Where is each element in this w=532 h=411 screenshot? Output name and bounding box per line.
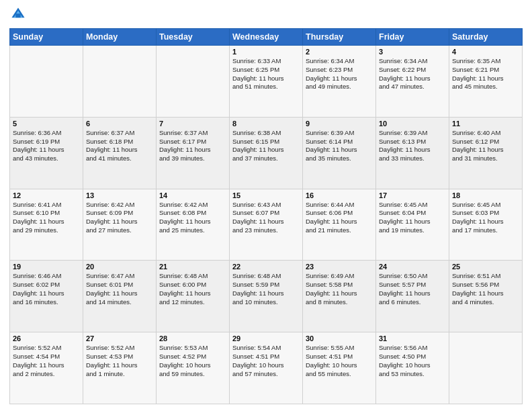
day-info: Sunrise: 5:53 AM Sunset: 4:52 PM Dayligh… — [159, 344, 226, 378]
calendar-cell: 29Sunrise: 5:54 AM Sunset: 4:51 PM Dayli… — [230, 332, 303, 404]
calendar-cell: 6Sunrise: 6:37 AM Sunset: 6:18 PM Daylig… — [83, 117, 157, 189]
calendar-cell: 10Sunrise: 6:39 AM Sunset: 6:13 PM Dayli… — [376, 117, 449, 189]
calendar-cell: 7Sunrise: 6:37 AM Sunset: 6:17 PM Daylig… — [157, 117, 230, 189]
day-header-saturday: Saturday — [449, 29, 523, 46]
day-info: Sunrise: 6:36 AM Sunset: 6:19 PM Dayligh… — [13, 129, 80, 163]
day-info: Sunrise: 6:46 AM Sunset: 6:02 PM Dayligh… — [13, 272, 80, 306]
day-number: 17 — [379, 191, 446, 199]
day-info: Sunrise: 6:33 AM Sunset: 6:25 PM Dayligh… — [232, 57, 300, 91]
calendar-cell: 21Sunrise: 6:48 AM Sunset: 6:00 PM Dayli… — [157, 261, 230, 332]
calendar-week-2: 5Sunrise: 6:36 AM Sunset: 6:19 PM Daylig… — [10, 117, 523, 189]
calendar-cell: 27Sunrise: 5:52 AM Sunset: 4:53 PM Dayli… — [83, 332, 157, 404]
day-number: 4 — [452, 48, 519, 56]
calendar-week-3: 12Sunrise: 6:41 AM Sunset: 6:10 PM Dayli… — [10, 189, 523, 261]
day-info: Sunrise: 5:52 AM Sunset: 4:53 PM Dayligh… — [86, 344, 153, 378]
day-number: 16 — [306, 191, 373, 199]
day-number: 25 — [452, 263, 519, 271]
calendar-cell: 31Sunrise: 5:56 AM Sunset: 4:50 PM Dayli… — [376, 332, 449, 404]
calendar-cell: 30Sunrise: 5:55 AM Sunset: 4:51 PM Dayli… — [303, 332, 376, 404]
calendar-table: SundayMondayTuesdayWednesdayThursdayFrid… — [9, 28, 523, 404]
day-info: Sunrise: 6:39 AM Sunset: 6:13 PM Dayligh… — [379, 129, 446, 163]
calendar-cell: 26Sunrise: 5:52 AM Sunset: 4:54 PM Dayli… — [10, 332, 83, 404]
day-info: Sunrise: 6:48 AM Sunset: 6:00 PM Dayligh… — [159, 272, 226, 306]
day-number: 14 — [159, 191, 226, 199]
day-header-thursday: Thursday — [303, 29, 376, 46]
header — [9, 7, 523, 24]
day-info: Sunrise: 6:42 AM Sunset: 6:08 PM Dayligh… — [159, 201, 226, 235]
day-number: 9 — [306, 120, 373, 128]
day-number: 12 — [13, 191, 80, 199]
calendar-cell: 3Sunrise: 6:34 AM Sunset: 6:22 PM Daylig… — [376, 46, 449, 118]
day-number: 5 — [13, 120, 80, 128]
day-number: 1 — [232, 48, 300, 56]
calendar-cell: 15Sunrise: 6:43 AM Sunset: 6:07 PM Dayli… — [230, 189, 303, 261]
calendar-cell: 22Sunrise: 6:48 AM Sunset: 5:59 PM Dayli… — [230, 261, 303, 332]
day-info: Sunrise: 6:49 AM Sunset: 5:58 PM Dayligh… — [306, 272, 373, 306]
day-number: 21 — [159, 263, 226, 271]
calendar-cell — [83, 46, 157, 118]
calendar-cell: 17Sunrise: 6:45 AM Sunset: 6:04 PM Dayli… — [376, 189, 449, 261]
calendar-cell: 2Sunrise: 6:34 AM Sunset: 6:23 PM Daylig… — [303, 46, 376, 118]
day-info: Sunrise: 6:45 AM Sunset: 6:04 PM Dayligh… — [379, 201, 446, 235]
logo-icon — [11, 7, 26, 21]
calendar-cell: 23Sunrise: 6:49 AM Sunset: 5:58 PM Dayli… — [303, 261, 376, 332]
day-info: Sunrise: 6:37 AM Sunset: 6:18 PM Dayligh… — [86, 129, 153, 163]
day-number: 6 — [86, 120, 153, 128]
day-info: Sunrise: 6:35 AM Sunset: 6:21 PM Dayligh… — [452, 57, 519, 91]
logo — [9, 7, 27, 24]
day-number: 30 — [306, 334, 373, 342]
page: SundayMondayTuesdayWednesdayThursdayFrid… — [0, 0, 532, 411]
calendar-cell — [157, 46, 230, 118]
day-header-friday: Friday — [376, 29, 449, 46]
day-info: Sunrise: 6:34 AM Sunset: 6:23 PM Dayligh… — [306, 57, 373, 91]
day-number: 22 — [232, 263, 300, 271]
calendar-cell: 20Sunrise: 6:47 AM Sunset: 6:01 PM Dayli… — [83, 261, 157, 332]
calendar-cell: 16Sunrise: 6:44 AM Sunset: 6:06 PM Dayli… — [303, 189, 376, 261]
day-number: 11 — [452, 120, 519, 128]
day-info: Sunrise: 6:37 AM Sunset: 6:17 PM Dayligh… — [159, 129, 226, 163]
day-number: 26 — [13, 334, 80, 342]
calendar-cell — [10, 46, 83, 118]
calendar-cell: 25Sunrise: 6:51 AM Sunset: 5:56 PM Dayli… — [449, 261, 523, 332]
day-info: Sunrise: 6:51 AM Sunset: 5:56 PM Dayligh… — [452, 272, 519, 306]
day-info: Sunrise: 5:56 AM Sunset: 4:50 PM Dayligh… — [379, 344, 446, 378]
calendar-cell: 8Sunrise: 6:38 AM Sunset: 6:15 PM Daylig… — [230, 117, 303, 189]
day-info: Sunrise: 6:40 AM Sunset: 6:12 PM Dayligh… — [452, 129, 519, 163]
day-info: Sunrise: 6:39 AM Sunset: 6:14 PM Dayligh… — [306, 129, 373, 163]
day-number: 13 — [86, 191, 153, 199]
day-number: 23 — [306, 263, 373, 271]
calendar-cell: 12Sunrise: 6:41 AM Sunset: 6:10 PM Dayli… — [10, 189, 83, 261]
calendar-cell: 5Sunrise: 6:36 AM Sunset: 6:19 PM Daylig… — [10, 117, 83, 189]
calendar-cell: 19Sunrise: 6:46 AM Sunset: 6:02 PM Dayli… — [10, 261, 83, 332]
day-number: 27 — [86, 334, 153, 342]
calendar-cell — [449, 332, 523, 404]
day-number: 7 — [159, 120, 226, 128]
day-info: Sunrise: 6:45 AM Sunset: 6:03 PM Dayligh… — [452, 201, 519, 235]
day-number: 3 — [379, 48, 446, 56]
svg-rect-2 — [15, 13, 20, 17]
calendar-cell: 11Sunrise: 6:40 AM Sunset: 6:12 PM Dayli… — [449, 117, 523, 189]
day-info: Sunrise: 6:41 AM Sunset: 6:10 PM Dayligh… — [13, 201, 80, 235]
day-number: 10 — [379, 120, 446, 128]
calendar-week-1: 1Sunrise: 6:33 AM Sunset: 6:25 PM Daylig… — [10, 46, 523, 118]
day-info: Sunrise: 6:43 AM Sunset: 6:07 PM Dayligh… — [232, 201, 300, 235]
day-header-sunday: Sunday — [10, 29, 83, 46]
day-info: Sunrise: 6:42 AM Sunset: 6:09 PM Dayligh… — [86, 201, 153, 235]
calendar-cell: 24Sunrise: 6:50 AM Sunset: 5:57 PM Dayli… — [376, 261, 449, 332]
day-number: 15 — [232, 191, 300, 199]
day-number: 20 — [86, 263, 153, 271]
day-info: Sunrise: 6:38 AM Sunset: 6:15 PM Dayligh… — [232, 129, 300, 163]
days-header-row: SundayMondayTuesdayWednesdayThursdayFrid… — [10, 29, 523, 46]
calendar-cell: 9Sunrise: 6:39 AM Sunset: 6:14 PM Daylig… — [303, 117, 376, 189]
day-number: 31 — [379, 334, 446, 342]
day-info: Sunrise: 6:50 AM Sunset: 5:57 PM Dayligh… — [379, 272, 446, 306]
day-info: Sunrise: 6:47 AM Sunset: 6:01 PM Dayligh… — [86, 272, 153, 306]
day-number: 8 — [232, 120, 300, 128]
calendar-cell: 14Sunrise: 6:42 AM Sunset: 6:08 PM Dayli… — [157, 189, 230, 261]
day-number: 29 — [232, 334, 300, 342]
calendar-cell: 1Sunrise: 6:33 AM Sunset: 6:25 PM Daylig… — [230, 46, 303, 118]
day-number: 18 — [452, 191, 519, 199]
calendar-cell: 18Sunrise: 6:45 AM Sunset: 6:03 PM Dayli… — [449, 189, 523, 261]
day-header-wednesday: Wednesday — [230, 29, 303, 46]
day-info: Sunrise: 6:34 AM Sunset: 6:22 PM Dayligh… — [379, 57, 446, 91]
